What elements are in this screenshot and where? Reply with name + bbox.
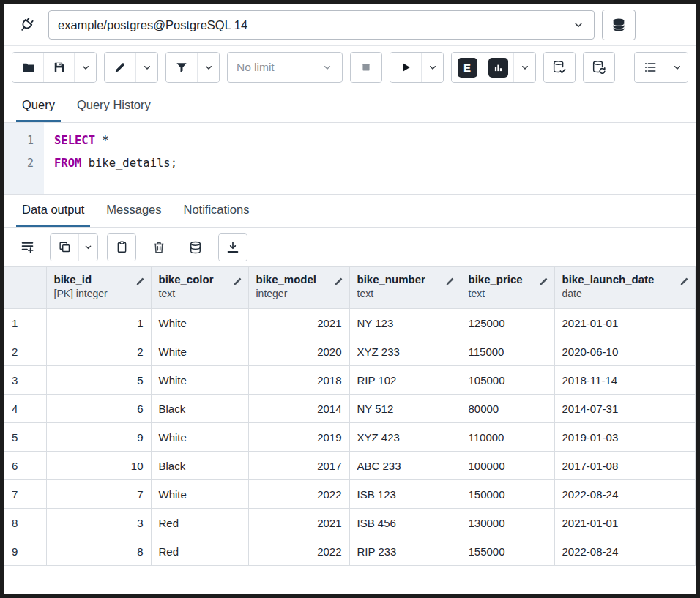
paste-button[interactable]	[108, 234, 135, 261]
cell-bike_color[interactable]: Black	[151, 395, 248, 423]
cell-bike_price[interactable]: 130000	[461, 509, 554, 537]
cell-bike_launch_date[interactable]: 2017-01-08	[554, 452, 696, 480]
explain-menu-button[interactable]	[513, 53, 535, 82]
cell-bike_id[interactable]: 9	[46, 423, 151, 452]
edit-menu-button[interactable]	[135, 53, 157, 82]
cell-bike_launch_date[interactable]: 2019-01-03	[554, 423, 696, 452]
new-connection-button[interactable]	[602, 10, 636, 40]
save-menu-button[interactable]	[74, 53, 96, 82]
cell-bike_id[interactable]: 5	[46, 366, 151, 395]
cell-bike_id[interactable]: 8	[46, 537, 151, 566]
macro-button[interactable]	[635, 53, 666, 82]
cell-bike_model[interactable]: 2022	[248, 480, 349, 509]
edit-column-icon[interactable]	[232, 276, 243, 287]
cell-bike_price[interactable]: 100000	[461, 452, 554, 480]
row-number[interactable]: 4	[4, 395, 46, 423]
cell-bike_number[interactable]: ISB 123	[349, 480, 461, 509]
cell-bike_price[interactable]: 125000	[461, 309, 554, 337]
cell-bike_price[interactable]: 80000	[461, 395, 554, 423]
cell-bike_model[interactable]: 2020	[248, 337, 349, 366]
cell-bike_price[interactable]: 150000	[461, 480, 554, 509]
cell-bike_model[interactable]: 2019	[248, 423, 349, 452]
cell-bike_price[interactable]: 155000	[461, 537, 554, 566]
cell-bike_id[interactable]: 3	[46, 509, 151, 537]
cell-bike_launch_date[interactable]: 2022-08-24	[554, 537, 696, 566]
cell-bike_number[interactable]: XYZ 423	[349, 423, 461, 452]
explain-button[interactable]: E	[452, 53, 483, 82]
filter-button[interactable]	[166, 53, 197, 82]
row-number[interactable]: 3	[4, 366, 46, 395]
cell-bike_launch_date[interactable]: 2021-01-01	[554, 309, 696, 337]
edit-button[interactable]	[105, 53, 135, 82]
edit-column-icon[interactable]	[135, 276, 146, 287]
cell-bike_id[interactable]: 10	[46, 452, 151, 480]
row-number[interactable]: 8	[4, 509, 46, 537]
cell-bike_id[interactable]: 7	[46, 480, 151, 509]
execute-button[interactable]	[390, 53, 421, 82]
save-data-changes-button[interactable]	[182, 240, 209, 255]
cell-bike_number[interactable]: RIP 233	[349, 537, 461, 566]
add-row-button[interactable]	[13, 239, 41, 255]
cell-bike_number[interactable]: NY 123	[349, 309, 461, 337]
column-header-bike_launch_date[interactable]: bike_launch_datedate	[554, 267, 696, 309]
cell-bike_price[interactable]: 110000	[461, 423, 554, 452]
column-header-bike_price[interactable]: bike_pricetext	[461, 267, 554, 309]
cell-bike_model[interactable]: 2014	[248, 395, 349, 423]
column-header-bike_number[interactable]: bike_numbertext	[349, 267, 461, 309]
cell-bike_launch_date[interactable]: 2021-01-01	[554, 509, 696, 537]
tab-data-output[interactable]: Data output	[16, 203, 90, 227]
cell-bike_color[interactable]: White	[151, 309, 248, 337]
download-button[interactable]	[219, 234, 247, 261]
edit-column-icon[interactable]	[333, 276, 344, 287]
cell-bike_price[interactable]: 105000	[461, 366, 554, 395]
cell-bike_id[interactable]: 6	[46, 395, 151, 423]
cell-bike_model[interactable]: 2018	[248, 366, 349, 395]
cell-bike_color[interactable]: Black	[151, 452, 248, 480]
cell-bike_model[interactable]: 2022	[248, 537, 349, 566]
row-number[interactable]: 7	[4, 480, 46, 509]
filter-menu-button[interactable]	[197, 53, 219, 82]
row-number[interactable]: 2	[4, 337, 46, 366]
cell-bike_color[interactable]: White	[151, 480, 248, 509]
cell-bike_number[interactable]: NY 512	[349, 395, 461, 423]
column-header-bike_model[interactable]: bike_modelinteger	[248, 267, 349, 309]
cell-bike_model[interactable]: 2021	[248, 309, 349, 337]
tab-query[interactable]: Query	[16, 98, 61, 122]
save-button[interactable]	[43, 53, 74, 82]
edit-column-icon[interactable]	[444, 276, 455, 287]
cancel-query-button[interactable]	[351, 53, 381, 82]
tab-query-history[interactable]: Query History	[71, 98, 157, 122]
select-all-corner[interactable]	[4, 267, 46, 309]
cell-bike_model[interactable]: 2021	[248, 509, 349, 537]
row-number[interactable]: 5	[4, 423, 46, 452]
code-area[interactable]: SELECT * FROM bike_details;	[44, 123, 177, 194]
cell-bike_number[interactable]: ABC 233	[349, 452, 461, 480]
row-number[interactable]: 6	[4, 452, 46, 480]
tab-notifications[interactable]: Notifications	[178, 203, 256, 227]
cell-bike_color[interactable]: White	[151, 337, 248, 366]
cell-bike_launch_date[interactable]: 2022-08-24	[554, 480, 696, 509]
copy-menu-button[interactable]	[78, 234, 97, 261]
open-file-button[interactable]	[12, 53, 43, 82]
row-number[interactable]: 9	[4, 537, 46, 566]
column-header-bike_color[interactable]: bike_colortext	[151, 267, 248, 309]
edit-column-icon[interactable]	[538, 276, 549, 287]
cell-bike_launch_date[interactable]: 2020-06-10	[554, 337, 696, 366]
cell-bike_color[interactable]: White	[151, 423, 248, 452]
row-number[interactable]: 1	[4, 309, 46, 337]
edit-column-icon[interactable]	[679, 276, 690, 287]
rollback-button[interactable]	[584, 53, 614, 82]
row-limit-selector[interactable]: No limit	[227, 52, 343, 83]
cell-bike_number[interactable]: RIP 102	[349, 366, 461, 395]
commit-button[interactable]	[544, 53, 575, 82]
column-header-bike_id[interactable]: bike_id[PK] integer	[46, 267, 151, 309]
cell-bike_color[interactable]: Red	[151, 537, 248, 566]
tab-messages[interactable]: Messages	[100, 203, 167, 227]
explain-analyze-button[interactable]	[483, 53, 513, 82]
execute-menu-button[interactable]	[421, 53, 443, 82]
cell-bike_launch_date[interactable]: 2018-11-14	[554, 366, 696, 395]
cell-bike_model[interactable]: 2017	[248, 452, 349, 480]
copy-button[interactable]	[51, 234, 78, 261]
cell-bike_id[interactable]: 2	[46, 337, 151, 366]
sql-editor[interactable]: 1 2 SELECT * FROM bike_details;	[4, 123, 696, 194]
